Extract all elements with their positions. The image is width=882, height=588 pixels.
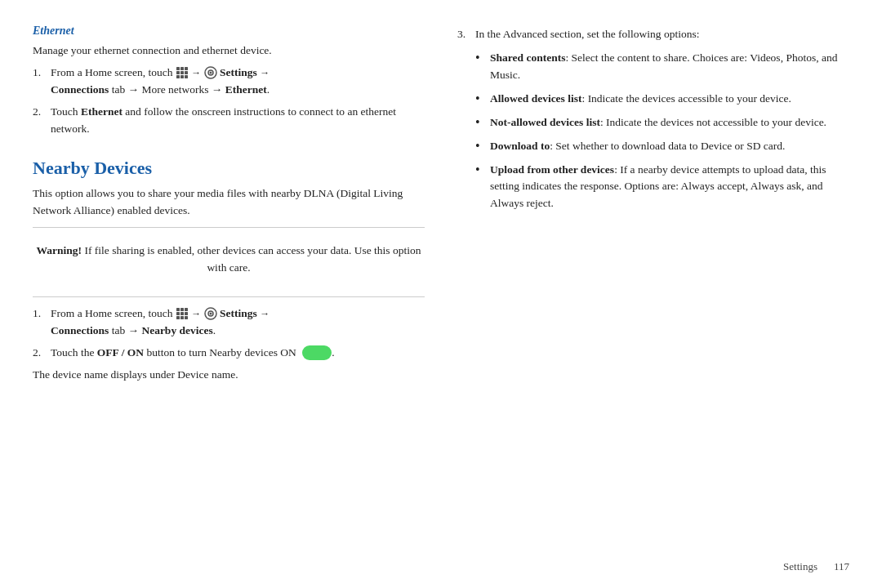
svg-rect-7 [180,75,184,78]
footer: Settings 117 [783,560,849,573]
svg-rect-3 [176,71,180,74]
bullet-not-allowed-devices: • Not-allowed devices list: Indicate the… [475,114,849,131]
ethernet-step-1: 1. From a Home screen, touch [33,65,425,99]
nearby-step-1: 1. From a Home screen, touch [33,305,425,340]
svg-rect-12 [176,308,180,311]
arrow-icon-4: → [260,308,270,319]
svg-rect-13 [180,308,184,311]
download-to-text: Download to: Set whether to download dat… [490,138,849,155]
nearby-step-content-2: Touch the OFF / ON button to turn Nearby… [51,345,425,362]
grid-icon [176,66,189,79]
step-num: 1. [33,65,46,99]
step-content: From a Home screen, touch [51,65,425,99]
svg-rect-18 [176,316,180,319]
arrow-icon: → [191,67,203,78]
bullet-dot-4: • [475,138,485,155]
svg-point-11 [209,71,212,74]
ethernet-section: Ethernet Manage your ethernet connection… [33,24,425,143]
svg-rect-2 [185,67,188,70]
nearby-devices-title: Nearby Devices [33,158,425,179]
svg-rect-17 [185,312,188,315]
divider-bottom [33,296,425,297]
right-step-3: 3. In the Advanced section, set the foll… [457,26,849,219]
settings-icon-2 [204,307,217,320]
settings-label-2: Settings [220,307,257,319]
arrow-icon-2: → [260,67,270,78]
footer-label: Settings [783,560,817,573]
ethernet-desc: Manage your ethernet connection and ethe… [33,42,425,60]
bullet-upload-from: • Upload from other devices: If a nearby… [475,162,849,213]
grid-icon-2 [176,307,189,320]
toggle-button[interactable] [302,345,332,360]
step1-connections: Connections tab → More networks → Ethern… [51,83,270,96]
bullet-download-to: • Download to: Set whether to download d… [475,138,849,155]
svg-rect-1 [180,67,184,70]
svg-rect-0 [176,67,180,70]
bullet-dot-2: • [475,91,485,108]
upload-from-text: Upload from other devices: If a nearby d… [490,162,849,213]
nearby-step-2: 2. Touch the OFF / ON button to turn Nea… [33,345,425,362]
shared-contents-text: Shared contents: Select the content to s… [490,50,849,84]
step-content-2: Touch Ethernet and follow the onscreen i… [51,104,425,138]
bullet-shared-contents: • Shared contents: Select the content to… [475,50,849,84]
svg-rect-15 [176,312,180,315]
step-num-2: 2. [33,104,46,138]
warning-box: Warning! If file sharing is enabled, oth… [33,236,425,288]
divider-top [33,227,425,228]
bullet-dot-5: • [475,162,485,213]
nearby-desc: This option allows you to share your med… [33,185,425,220]
options-list: • Shared contents: Select the content to… [475,50,849,212]
not-allowed-devices-text: Not-allowed devices list: Indicate the d… [490,114,849,131]
right-column: 3. In the Advanced section, set the foll… [457,24,849,564]
nearby-step-num-2: 2. [33,345,46,362]
step-num-3: 3. [457,26,470,219]
bullet-dot-3: • [475,114,485,131]
device-name-text: The device name displays under Device na… [33,367,425,384]
svg-rect-5 [185,71,188,74]
warning-bold: Warning! [37,244,82,256]
svg-rect-4 [180,71,184,74]
nearby-devices-section: Nearby Devices This option allows you to… [33,143,425,389]
step-content-3: In the Advanced section, set the followi… [475,26,849,219]
ethernet-title: Ethernet [33,24,425,38]
svg-rect-16 [180,312,184,315]
svg-rect-8 [185,75,188,78]
settings-label: Settings [220,66,257,78]
footer-page: 117 [834,560,849,573]
svg-rect-6 [176,75,180,78]
step3-text: In the Advanced section, set the followi… [475,28,699,40]
allowed-devices-text: Allowed devices list: Indicate the devic… [490,91,849,108]
arrow-icon-3: → [191,308,203,319]
bullet-allowed-devices: • Allowed devices list: Indicate the dev… [475,91,849,108]
warning-text: Warning! If file sharing is enabled, oth… [33,243,425,277]
settings-icon [204,66,217,79]
ethernet-step-2: 2. Touch Ethernet and follow the onscree… [33,104,425,138]
svg-rect-19 [180,316,184,319]
nearby-step1-connections: Connections tab → Nearby devices. [51,324,216,336]
bullet-dot-1: • [475,50,485,84]
nearby-step-content-1: From a Home screen, touch [51,305,425,340]
svg-rect-14 [185,308,188,311]
svg-point-23 [209,313,212,315]
svg-rect-20 [185,316,188,319]
nearby-step-num-1: 1. [33,305,46,340]
